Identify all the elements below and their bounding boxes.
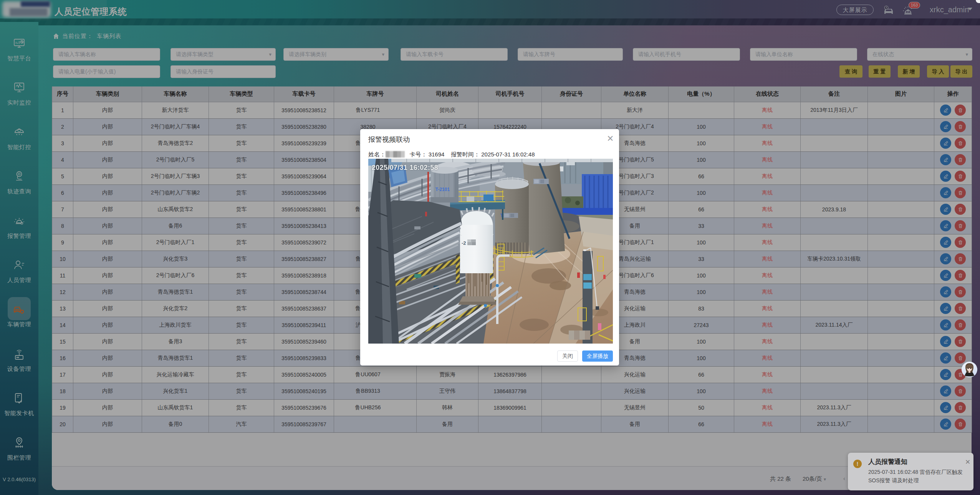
svg-text:-2: -2 <box>462 240 466 246</box>
svg-text:T-2101: T-2101 <box>435 187 450 192</box>
